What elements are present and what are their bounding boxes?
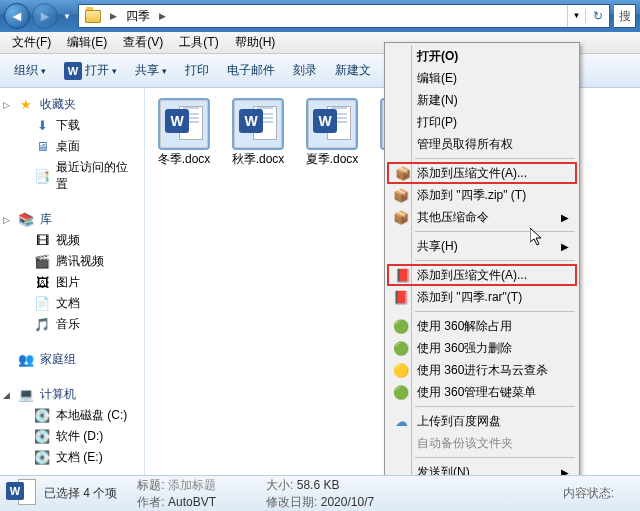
rar-icon: 📕 xyxy=(392,288,410,306)
folder-icon xyxy=(83,6,103,26)
navigation-pane: ▷★收藏夹 ⬇下载 🖥桌面 📑最近访问的位置 ▷📚库 🎞视频 🎬腾讯视频 🖼图片… xyxy=(0,88,145,476)
sidebar-desktop[interactable]: 🖥桌面 xyxy=(0,136,144,157)
disk-icon: 💽 xyxy=(34,429,50,445)
chevron-right-icon: ▶ xyxy=(561,212,569,223)
word-icon: W xyxy=(64,62,82,80)
cm-add-to-zip[interactable]: 📦添加到 "四季.zip" (T) xyxy=(387,184,577,206)
word-doc-icon: W xyxy=(6,479,36,509)
back-button[interactable]: ◄ xyxy=(4,3,30,29)
doc-icon: 📄 xyxy=(34,296,50,312)
cm-add-to-archive-rar[interactable]: 📕添加到压缩文件(A)... xyxy=(387,264,577,286)
context-menu: 打开(O) 编辑(E) 新建(N) 打印(P) 管理员取得所有权 📦添加到压缩文… xyxy=(384,42,580,511)
new-folder-button[interactable]: 新建文 xyxy=(329,58,377,83)
selection-count: 已选择 4 个项 xyxy=(44,485,117,502)
sidebar-recent[interactable]: 📑最近访问的位置 xyxy=(0,157,144,195)
libraries-header[interactable]: ▷📚库 xyxy=(0,209,144,230)
email-button[interactable]: 电子邮件 xyxy=(221,58,281,83)
share-button[interactable]: 共享 xyxy=(129,58,173,83)
cm-360-trojan-scan[interactable]: 🟡使用 360进行木马云查杀 xyxy=(387,359,577,381)
sidebar-drive-c[interactable]: 💽本地磁盘 (C:) xyxy=(0,405,144,426)
library-icon: 📚 xyxy=(18,212,34,228)
history-dropdown[interactable]: ▼ xyxy=(60,12,74,21)
homegroup-header[interactable]: 👥家庭组 xyxy=(0,349,144,370)
organize-button[interactable]: 组织 xyxy=(8,58,52,83)
breadcrumb-sep-icon[interactable]: ▶ xyxy=(107,11,120,21)
desktop-icon: 🖥 xyxy=(34,139,50,155)
menu-help[interactable]: 帮助(H) xyxy=(227,31,284,54)
cm-add-to-rar[interactable]: 📕添加到 "四季.rar"(T) xyxy=(387,286,577,308)
tencent-video-icon: 🎬 xyxy=(34,254,50,270)
360-icon: 🟡 xyxy=(392,361,410,379)
file-item[interactable]: W秋季.docx xyxy=(231,100,285,166)
cm-auto-backup: 自动备份该文件夹 xyxy=(387,432,577,454)
size-value: 58.6 KB xyxy=(297,478,340,492)
star-icon: ★ xyxy=(18,97,34,113)
music-icon: 🎵 xyxy=(34,317,50,333)
360-icon: 🟢 xyxy=(392,383,410,401)
file-item[interactable]: W冬季.docx xyxy=(157,100,211,166)
menu-view[interactable]: 查看(V) xyxy=(115,31,171,54)
cloud-icon: ☁ xyxy=(392,412,410,430)
360-icon: 🟢 xyxy=(392,339,410,357)
cm-other-compress[interactable]: 📦其他压缩命令▶ xyxy=(387,206,577,228)
cm-360-force-delete[interactable]: 🟢使用 360强力删除 xyxy=(387,337,577,359)
chevron-right-icon: ▶ xyxy=(561,241,569,252)
search-box[interactable]: 搜 xyxy=(614,4,636,28)
sidebar-music[interactable]: 🎵音乐 xyxy=(0,314,144,335)
sidebar-downloads[interactable]: ⬇下载 xyxy=(0,115,144,136)
address-dropdown-icon[interactable]: ▼ xyxy=(567,5,585,27)
cm-upload-baidu[interactable]: ☁上传到百度网盘 xyxy=(387,410,577,432)
sidebar-pictures[interactable]: 🖼图片 xyxy=(0,272,144,293)
favorites-header[interactable]: ▷★收藏夹 xyxy=(0,94,144,115)
print-button[interactable]: 打印 xyxy=(179,58,215,83)
forward-button[interactable]: ► xyxy=(32,3,58,29)
sidebar-drive-d[interactable]: 💽软件 (D:) xyxy=(0,426,144,447)
disk-icon: 💽 xyxy=(34,450,50,466)
zip-icon: 📦 xyxy=(392,208,410,226)
video-icon: 🎞 xyxy=(34,233,50,249)
date-value: 2020/10/7 xyxy=(321,495,374,509)
menu-tools[interactable]: 工具(T) xyxy=(171,31,226,54)
sidebar-video[interactable]: 🎞视频 xyxy=(0,230,144,251)
address-nav-bar: ◄ ► ▼ ▶ 四季 ▶ ▼ ↻ 搜 xyxy=(0,0,640,32)
picture-icon: 🖼 xyxy=(34,275,50,291)
address-bar[interactable]: ▶ 四季 ▶ ▼ ↻ xyxy=(78,4,610,28)
breadcrumb-folder[interactable]: 四季 xyxy=(120,8,156,25)
refresh-icon[interactable]: ↻ xyxy=(585,9,609,23)
computer-header[interactable]: ◢💻计算机 xyxy=(0,384,144,405)
sidebar-drive-e[interactable]: 💽文档 (E:) xyxy=(0,447,144,468)
homegroup-icon: 👥 xyxy=(18,352,34,368)
cm-new[interactable]: 新建(N) xyxy=(387,89,577,111)
disk-icon: 💽 xyxy=(34,408,50,424)
cm-360-manage-menu[interactable]: 🟢使用 360管理右键菜单 xyxy=(387,381,577,403)
menu-file[interactable]: 文件(F) xyxy=(4,31,59,54)
cm-edit[interactable]: 编辑(E) xyxy=(387,67,577,89)
open-button[interactable]: W 打开 xyxy=(58,58,123,84)
file-item[interactable]: W夏季.docx xyxy=(305,100,359,166)
details-pane: W 已选择 4 个项 标题: 添加标题 作者: AutoBVT 大小: 58.6… xyxy=(0,475,640,511)
cm-share[interactable]: 共享(H)▶ xyxy=(387,235,577,257)
menu-edit[interactable]: 编辑(E) xyxy=(59,31,115,54)
recent-icon: 📑 xyxy=(34,168,50,184)
download-icon: ⬇ xyxy=(34,118,50,134)
cm-add-to-archive[interactable]: 📦添加到压缩文件(A)... xyxy=(387,162,577,184)
cm-admin-own[interactable]: 管理员取得所有权 xyxy=(387,133,577,155)
cm-open[interactable]: 打开(O) xyxy=(387,45,577,67)
cm-print[interactable]: 打印(P) xyxy=(387,111,577,133)
computer-icon: 💻 xyxy=(18,387,34,403)
zip-icon: 📦 xyxy=(394,164,412,182)
burn-button[interactable]: 刻录 xyxy=(287,58,323,83)
360-icon: 🟢 xyxy=(392,317,410,335)
sidebar-documents[interactable]: 📄文档 xyxy=(0,293,144,314)
zip-icon: 📦 xyxy=(392,186,410,204)
author-value: AutoBVT xyxy=(168,495,216,509)
rar-icon: 📕 xyxy=(394,266,412,284)
title-value[interactable]: 添加标题 xyxy=(168,478,216,492)
sidebar-tencent-video[interactable]: 🎬腾讯视频 xyxy=(0,251,144,272)
breadcrumb-sep-icon[interactable]: ▶ xyxy=(156,11,169,21)
cm-360-release[interactable]: 🟢使用 360解除占用 xyxy=(387,315,577,337)
